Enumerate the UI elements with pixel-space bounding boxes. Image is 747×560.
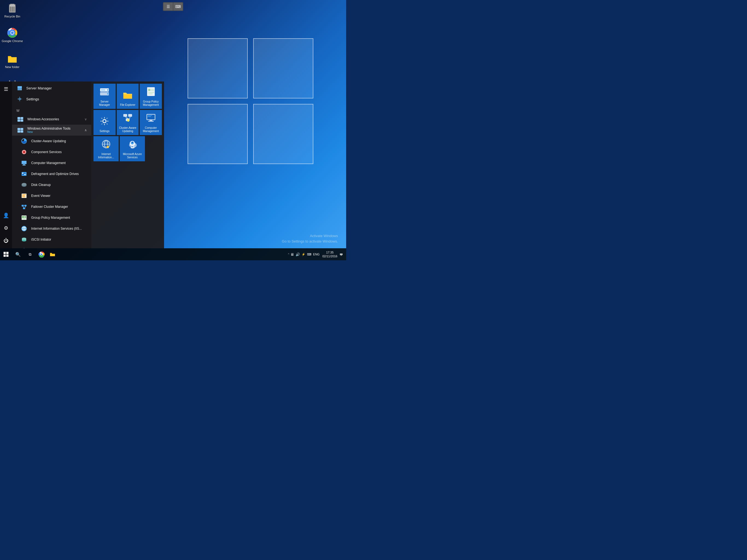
tray-lang[interactable]: ENG: [313, 253, 319, 256]
start-windows-admin-tools[interactable]: Windows Administrative Tools New ∧: [12, 125, 91, 136]
component-services-label: Component Services: [31, 150, 87, 154]
start-group-policy[interactable]: Group Policy Management: [12, 212, 91, 223]
recycle-bin-icon[interactable]: Recycle Bin: [1, 3, 23, 18]
tile-iis[interactable]: Internet Information...: [94, 136, 119, 161]
admin-tools-name: Windows Administrative Tools: [27, 127, 81, 130]
windows-accessories-label: Windows Accessories: [27, 117, 81, 121]
tray-network[interactable]: 🖥: [290, 252, 294, 256]
tray-time: 17:35: [323, 251, 337, 254]
admin-tools-label: Windows Administrative Tools New: [27, 127, 81, 134]
svg-point-32: [23, 151, 25, 153]
start-server-manager[interactable]: Server Manager: [12, 82, 91, 94]
svg-line-100: [107, 146, 107, 147]
server-manager-label: Server Manager: [26, 86, 52, 90]
defragment-icon: [20, 170, 28, 178]
start-left-nav: ☰ 👤 ⚙ ⏻: [0, 81, 12, 248]
win-pane-bl: [187, 104, 248, 164]
taskbar-chrome[interactable]: [36, 249, 47, 260]
svg-rect-25: [21, 120, 23, 122]
cluster-aware-icon: [20, 137, 28, 145]
tray-notification[interactable]: [338, 252, 344, 257]
taskbar-search[interactable]: 🔍: [12, 248, 24, 260]
tile-computer-mgmt[interactable]: Computer Management: [140, 110, 162, 135]
iscsi-label: iSCSI Initiator: [31, 238, 87, 241]
svg-point-70: [107, 90, 108, 91]
activate-windows-watermark: Activate Windows Go to Settings to activ…: [282, 233, 338, 244]
start-component-services[interactable]: Component Services: [12, 147, 91, 157]
start-iscsi[interactable]: iSCSI Initiator: [12, 234, 91, 245]
tile-cluster-icon: [122, 112, 133, 125]
svg-line-51: [25, 206, 25, 207]
tile-azure[interactable]: Microsoft Azure Services: [120, 136, 145, 161]
tile-cluster-aware[interactable]: Cluster-Aware Updating: [117, 110, 139, 135]
svg-rect-105: [4, 252, 6, 254]
start-settings[interactable]: Settings: [12, 94, 91, 104]
tile-settings[interactable]: Settings: [94, 110, 115, 135]
taskbar-file-explorer[interactable]: [47, 249, 58, 260]
svg-rect-76: [151, 90, 154, 91]
win-pane-tr: [253, 38, 313, 98]
svg-rect-44: [22, 195, 26, 195]
tile-server-manager-icon: [99, 86, 110, 99]
tile-file-explorer[interactable]: File Explorer: [117, 84, 139, 109]
iis-icon: [20, 225, 28, 232]
tile-server-manager[interactable]: Server Manager: [94, 84, 115, 109]
start-quick-items: Server Manager Settings: [12, 81, 91, 105]
svg-rect-47: [22, 205, 24, 206]
tile-file-explorer-icon: [122, 90, 133, 102]
svg-rect-80: [123, 114, 127, 117]
tiles-row-3: Internet Information... Microsoft: [94, 136, 162, 161]
tray-clock[interactable]: 17:35 02/11/2016: [323, 251, 337, 258]
new-folder-image: [7, 53, 18, 64]
iis-label: Internet Information Services (IIS...: [31, 227, 87, 230]
keyboard-button[interactable]: ⌨: [173, 3, 183, 10]
start-menu: ☰ 👤 ⚙ ⏻ Server Manager: [0, 81, 164, 248]
start-windows-accessories[interactable]: Windows Accessories ∨: [12, 114, 91, 125]
start-event-viewer[interactable]: Event Viewer: [12, 190, 91, 201]
svg-line-83: [125, 117, 128, 119]
svg-rect-75: [151, 89, 154, 90]
nav-power[interactable]: ⏻: [1, 235, 11, 246]
start-cluster-aware[interactable]: Cluster-Aware Updating: [12, 136, 91, 147]
svg-rect-29: [21, 130, 23, 133]
disk-cleanup-label: Disk Cleanup: [31, 183, 87, 187]
nav-user[interactable]: 👤: [1, 210, 11, 221]
svg-rect-26: [18, 128, 20, 130]
tiles-row-1: Server Manager File Explorer: [94, 84, 162, 109]
start-computer-management[interactable]: Computer Management: [12, 157, 91, 169]
tile-group-policy-label: Group Policy Management: [142, 100, 160, 107]
nav-hamburger[interactable]: ☰: [1, 84, 11, 95]
svg-rect-78: [148, 94, 153, 94]
start-defragment[interactable]: Defragment and Optimize Drives: [12, 169, 91, 179]
task-view-button[interactable]: ⧉: [24, 248, 36, 260]
tray-power[interactable]: ⚡: [302, 253, 305, 256]
svg-rect-91: [148, 115, 152, 116]
tray-volume[interactable]: 🔊: [295, 252, 300, 256]
tile-iis-icon: [101, 138, 111, 152]
svg-point-42: [22, 183, 27, 186]
svg-rect-17: [18, 86, 22, 89]
tray-chevron[interactable]: ^: [288, 253, 289, 256]
tile-group-policy-mgmt[interactable]: Group Policy Management: [140, 84, 162, 109]
group-policy-label: Group Policy Management: [31, 216, 87, 220]
svg-rect-38: [24, 173, 26, 174]
svg-rect-81: [128, 114, 132, 117]
new-folder-icon[interactable]: New folder: [1, 53, 23, 69]
accessories-arrow: ∨: [84, 117, 87, 121]
tray-date: 02/11/2016: [323, 254, 337, 258]
tray-keyboard-layout[interactable]: ⌨: [307, 253, 311, 256]
hamburger-button[interactable]: ☰: [163, 3, 173, 10]
top-toolbar: ☰ ⌨: [163, 2, 183, 11]
chrome-icon[interactable]: Google Chrome: [1, 27, 23, 43]
start-failover-cluster[interactable]: Failover Cluster Manager: [12, 201, 91, 212]
svg-point-71: [107, 93, 108, 95]
failover-cluster-icon: [20, 203, 28, 210]
nav-settings[interactable]: ⚙: [1, 223, 11, 233]
start-disk-cleanup[interactable]: Disk Cleanup: [12, 179, 91, 190]
start-button[interactable]: [0, 248, 12, 260]
svg-line-84: [130, 117, 130, 119]
start-local-security[interactable]: Local Security Policy: [12, 245, 91, 248]
svg-rect-46: [22, 197, 25, 197]
svg-rect-1: [10, 4, 15, 5]
start-iis[interactable]: Internet Information Services (IIS...: [12, 223, 91, 234]
